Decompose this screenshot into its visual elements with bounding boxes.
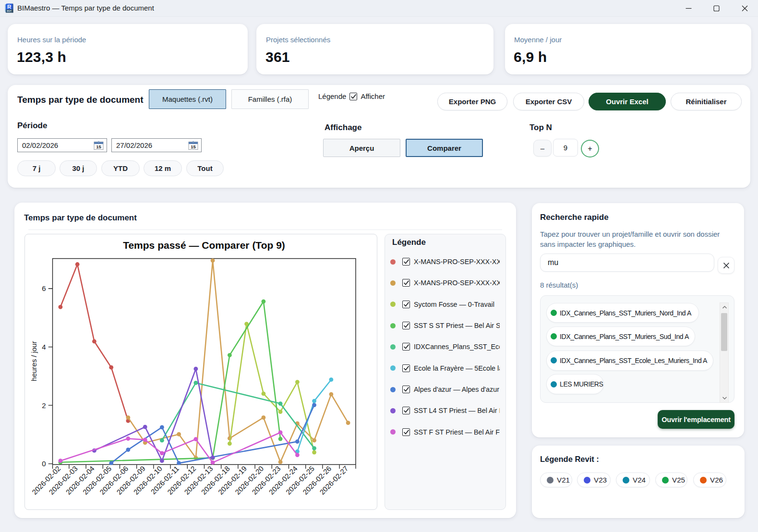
svg-text:R: R (7, 4, 12, 10)
svg-text:Temps passé — Comparer (Top 9): Temps passé — Comparer (Top 9) (123, 240, 285, 251)
svg-text:15: 15 (191, 144, 196, 149)
svg-text:heures / jour: heures / jour (30, 341, 38, 381)
svg-text:4: 4 (42, 343, 46, 351)
svg-text:RVT: RVT (7, 10, 12, 12)
svg-text:2: 2 (42, 401, 46, 410)
svg-text:6: 6 (42, 284, 46, 292)
svg-text:0: 0 (42, 459, 46, 468)
svg-text:15: 15 (96, 144, 101, 149)
